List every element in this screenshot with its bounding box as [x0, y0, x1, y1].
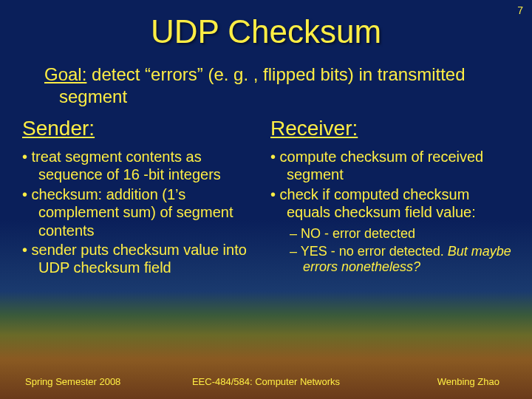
- list-item: check if computed checksum equals checks…: [270, 185, 511, 222]
- sub-text: YES - no error detected.: [301, 244, 448, 259]
- sender-list: treat segment contents as sequence of 16…: [21, 148, 263, 277]
- receiver-sublist: NO - error detected YES - no error detec…: [269, 226, 511, 276]
- sender-column: Sender: treat segment contents as sequen…: [21, 117, 263, 279]
- receiver-column: Receiver: compute checksum of received s…: [269, 117, 511, 279]
- sender-header: Sender:: [21, 117, 263, 140]
- list-item: YES - no error detected. But maybe error…: [290, 244, 511, 276]
- footer: Spring Semester 2008 EEC-484/584: Comput…: [0, 376, 532, 387]
- footer-center: EEC-484/584: Computer Networks: [192, 376, 340, 387]
- receiver-list: compute checksum of received segment che…: [269, 148, 511, 222]
- goal-label: Goal:: [44, 64, 86, 84]
- list-item: sender puts checksum value into UDP chec…: [22, 241, 263, 277]
- footer-left: Spring Semester 2008: [25, 376, 120, 387]
- columns: Sender: treat segment contents as sequen…: [0, 108, 532, 279]
- slide-title: UDP Checksum: [0, 0, 532, 50]
- list-item: checksum: addition (1’s complement sum) …: [22, 185, 263, 239]
- sub-text: NO - error detected: [301, 226, 415, 241]
- list-item: treat segment contents as sequence of 16…: [22, 148, 263, 184]
- goal-line: Goal: detect “errors” (e. g. , flipped b…: [15, 50, 532, 108]
- list-item: compute checksum of received segment: [270, 148, 511, 184]
- goal-text: detect “errors” (e. g. , flipped bits) i…: [59, 64, 466, 106]
- page-number: 7: [517, 4, 523, 16]
- list-item: NO - error detected: [290, 226, 511, 242]
- receiver-header: Receiver:: [269, 117, 511, 140]
- footer-right: Wenbing Zhao: [437, 376, 499, 387]
